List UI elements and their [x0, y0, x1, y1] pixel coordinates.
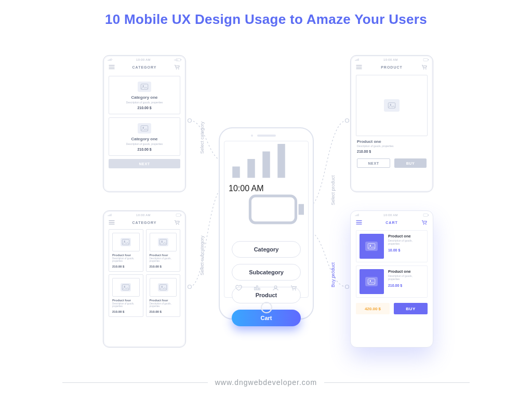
bottom-nav	[230, 284, 303, 293]
svg-point-24	[161, 286, 162, 287]
signal-icon	[108, 58, 113, 61]
svg-rect-40	[299, 204, 304, 215]
svg-point-36	[370, 245, 371, 246]
next-button[interactable]: NEXT	[357, 158, 390, 168]
screen-cart: 10:00 AM CART Product one Description of…	[350, 210, 433, 348]
product-cell[interactable]: Product four Description of goods, prope…	[109, 229, 143, 272]
image-icon	[365, 242, 378, 251]
heart-icon[interactable]	[235, 284, 242, 293]
signal-icon	[108, 214, 113, 217]
center-phone: 10:00 AM Category Subcategory Product Ca…	[219, 127, 314, 320]
cart-item[interactable]: Product one Description of goods, proper…	[356, 230, 428, 262]
nav-subcategory[interactable]: Subcategory	[232, 264, 301, 281]
product-name: Product four	[150, 254, 177, 257]
image-icon	[158, 283, 168, 291]
battery-icon	[421, 58, 429, 61]
buy-button[interactable]: BUY	[394, 158, 427, 168]
svg-point-20	[161, 241, 162, 242]
cart-icon[interactable]	[290, 284, 297, 293]
cart-item-name: Product one	[388, 234, 424, 238]
divider	[324, 382, 470, 383]
svg-point-42	[292, 289, 294, 290]
user-icon[interactable]	[272, 284, 279, 293]
product-desc: Description of goods, properties	[112, 257, 140, 263]
svg-rect-11	[141, 126, 148, 131]
svg-point-18	[124, 241, 125, 242]
cart-item-desc: Description of goods, properties	[388, 239, 424, 245]
chart-icon[interactable]	[254, 284, 260, 293]
svg-rect-37	[368, 279, 376, 285]
screen-header: PRODUCT	[381, 65, 403, 69]
svg-rect-26	[428, 59, 429, 60]
svg-rect-9	[141, 84, 148, 90]
svg-point-8	[178, 69, 179, 70]
svg-rect-39	[250, 196, 296, 223]
category-card[interactable]: Category one Description of goods, prope…	[109, 117, 180, 156]
svg-rect-14	[181, 215, 181, 216]
product-desc: Description of goods, properties	[112, 302, 140, 308]
svg-point-34	[425, 224, 427, 225]
footer-url: www.dngwebdeveloper.com	[215, 378, 317, 387]
status-time: 10:00 AM	[383, 58, 398, 61]
svg-rect-32	[428, 215, 429, 216]
svg-point-1	[188, 285, 192, 289]
home-button[interactable]	[261, 302, 272, 313]
category-card[interactable]: Category one Description of goods, prope…	[109, 76, 180, 114]
svg-point-22	[124, 286, 125, 287]
connector-label-category: Select category	[200, 122, 205, 154]
image-icon	[138, 82, 151, 92]
buy-button[interactable]: BUY	[394, 303, 428, 314]
product-cell[interactable]: Product four Description of goods, prope…	[109, 274, 143, 317]
image-icon	[158, 238, 168, 246]
battery-icon	[229, 218, 304, 227]
status-time: 10:00 AM	[136, 214, 151, 217]
cart-item[interactable]: Product one Description of goods, proper…	[356, 265, 428, 298]
hamburger-icon[interactable]	[109, 220, 115, 225]
cart-icon[interactable]	[174, 64, 180, 70]
product-cell[interactable]: Product four Description of goods, prope…	[146, 229, 181, 272]
cart-icon[interactable]	[421, 220, 428, 225]
product-cell[interactable]: Product four Description of goods, prope…	[146, 274, 181, 317]
signal-icon	[355, 58, 360, 61]
svg-rect-19	[159, 240, 167, 245]
connector-label-subcategory: Select subcategory	[200, 235, 205, 275]
svg-point-38	[370, 280, 371, 281]
cart-item-name: Product one	[388, 269, 424, 274]
page-footer: www.dngwebdeveloper.com	[62, 378, 470, 387]
product-price: 210.00 $	[112, 265, 140, 268]
hamburger-icon[interactable]	[356, 64, 362, 70]
product-price: 210.00 $	[112, 310, 140, 313]
image-icon	[384, 99, 400, 112]
battery-icon	[421, 214, 429, 217]
svg-point-15	[176, 224, 177, 225]
hamburger-icon[interactable]	[109, 64, 115, 70]
svg-point-28	[425, 69, 427, 70]
cart-icon[interactable]	[174, 220, 180, 225]
product-desc: Description of goods, properties	[150, 302, 177, 308]
cart-total: 420.00 $	[356, 303, 390, 314]
product-price: 210.00 $	[150, 265, 177, 268]
svg-rect-17	[123, 240, 130, 245]
divider	[62, 382, 208, 383]
image-icon	[121, 283, 131, 291]
product-desc: Description of goods, properties	[150, 257, 177, 263]
svg-rect-31	[423, 214, 428, 217]
product-name: Product four	[112, 254, 140, 257]
cart-icon[interactable]	[421, 64, 428, 70]
svg-point-43	[295, 289, 296, 290]
battery-icon: 100%	[174, 58, 181, 61]
svg-point-33	[423, 224, 424, 225]
svg-point-30	[390, 104, 391, 105]
svg-rect-25	[423, 59, 428, 61]
screen-category: 10:00 AM 100% CATEGORY Category one Desc…	[103, 55, 186, 192]
status-time: 10:00 AM	[136, 58, 151, 61]
nav-category[interactable]: Category	[232, 241, 301, 258]
svg-rect-21	[123, 285, 130, 290]
hamburger-icon[interactable]	[356, 220, 362, 225]
next-button[interactable]: NEXT	[109, 159, 180, 168]
category-price: 210.00 $	[113, 148, 176, 151]
signal-icon	[229, 175, 304, 183]
connector-label-product: Select product	[330, 175, 336, 205]
battery-icon	[174, 214, 181, 217]
svg-point-10	[143, 85, 144, 86]
